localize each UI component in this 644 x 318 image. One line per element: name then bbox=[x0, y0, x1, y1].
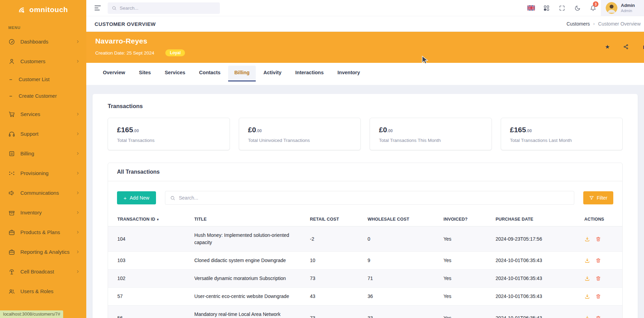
briefcase-icon bbox=[8, 249, 15, 256]
menu-toggle-icon[interactable] bbox=[95, 6, 101, 10]
dark-mode-button[interactable] bbox=[570, 0, 585, 16]
cell-retail-cost: 43 bbox=[306, 288, 364, 306]
download-icon[interactable] bbox=[584, 258, 590, 263]
sidebar-item-users-roles[interactable]: Users & Roles bbox=[0, 281, 86, 301]
sidebar-subitem-label: Create Customer bbox=[19, 93, 57, 99]
cell-invoiced: Yes bbox=[440, 227, 492, 252]
sidebar-item-services[interactable]: Services bbox=[0, 104, 86, 124]
content-area: Transactions £165.00Total Transactions£0… bbox=[86, 85, 644, 318]
add-new-button[interactable]: + Add New bbox=[117, 191, 156, 204]
sidebar-item-dashboards[interactable]: Dashboards bbox=[0, 32, 86, 51]
sidebar: omnitouch MENU DashboardsCustomers–Custo… bbox=[0, 0, 86, 318]
col-invoiced[interactable]: INVOICED? bbox=[440, 212, 492, 227]
chevron-right-icon bbox=[76, 250, 80, 254]
global-search[interactable] bbox=[108, 2, 220, 14]
chevron-right-icon bbox=[76, 230, 80, 234]
tab-inventory[interactable]: Inventory bbox=[331, 66, 366, 81]
col-purchase-date[interactable]: PURCHASE DATE bbox=[492, 212, 581, 227]
stat-cents: .00 bbox=[387, 128, 393, 133]
dash-bullet-icon: – bbox=[9, 77, 12, 82]
sidebar-item-products-plans[interactable]: Products & Plans bbox=[0, 222, 86, 242]
stat-amount: £0 bbox=[248, 126, 256, 134]
transaction-stat-cards: £165.00Total Transactions£0.00Total Unin… bbox=[108, 118, 623, 150]
cell-retail-cost: -2 bbox=[306, 227, 364, 252]
sidebar-item-communications[interactable]: Communications bbox=[0, 183, 86, 203]
tab-billing[interactable]: Billing bbox=[228, 66, 256, 81]
stat-label: Total Transactions Last Month bbox=[510, 138, 614, 143]
app-logo[interactable]: omnitouch bbox=[0, 0, 86, 19]
sidebar-nav: DashboardsCustomers–Customer List–Create… bbox=[0, 32, 86, 301]
col-title[interactable]: TITLE bbox=[191, 212, 306, 227]
cell-purchase-date: 2024-09-23T05:17:56 bbox=[492, 227, 581, 252]
stat-label: Total Transactions This Month bbox=[379, 138, 482, 143]
user-icon bbox=[8, 58, 15, 65]
download-icon[interactable] bbox=[584, 236, 590, 242]
tab-sites[interactable]: Sites bbox=[133, 66, 157, 81]
all-transactions-title: All Transactions bbox=[108, 163, 622, 181]
apps-grid-button[interactable] bbox=[539, 0, 554, 16]
cart-icon bbox=[8, 111, 15, 118]
filter-funnel-icon bbox=[589, 195, 594, 200]
cell-transaction-id: 57 bbox=[108, 288, 191, 306]
tab-services[interactable]: Services bbox=[158, 66, 192, 81]
cell-purchase-date: 2024-10-01T06:35:43 bbox=[492, 252, 581, 270]
download-icon[interactable] bbox=[584, 315, 590, 318]
cell-retail-cost: 73 bbox=[306, 270, 364, 288]
row-actions bbox=[584, 236, 619, 242]
table-search-icon bbox=[170, 195, 175, 201]
download-icon[interactable] bbox=[584, 276, 590, 281]
stat-card-total-transactions-last-month: £165.00Total Transactions Last Month bbox=[501, 118, 623, 150]
sidebar-item-support[interactable]: Support bbox=[0, 124, 86, 144]
trash-icon[interactable] bbox=[595, 293, 601, 299]
trash-icon[interactable] bbox=[595, 315, 601, 318]
col-wholesale-cost[interactable]: WHOLESALE COST bbox=[364, 212, 440, 227]
tab-interactions[interactable]: Interactions bbox=[289, 66, 330, 81]
tab-contacts[interactable]: Contacts bbox=[193, 66, 227, 81]
filter-button[interactable]: Filter bbox=[583, 191, 613, 204]
chevron-right-icon bbox=[76, 59, 80, 64]
language-flag-button[interactable] bbox=[523, 0, 539, 16]
breadcrumb: Customers › Customer Overview bbox=[566, 21, 641, 27]
topbar-actions: 3 Admin Admin bbox=[523, 0, 644, 16]
breadcrumb-parent[interactable]: Customers bbox=[566, 21, 590, 27]
table-search[interactable] bbox=[165, 191, 574, 205]
trash-icon[interactable] bbox=[595, 258, 601, 263]
notifications-button[interactable]: 3 bbox=[585, 0, 601, 16]
megaphone-icon bbox=[8, 190, 15, 196]
tab-activity[interactable]: Activity bbox=[257, 66, 287, 81]
invoice-icon bbox=[8, 150, 15, 157]
sidebar-item-label: Provisioning bbox=[20, 170, 49, 176]
table-toolbar: + Add New Filter bbox=[108, 181, 622, 212]
user-profile-menu[interactable]: Admin Admin bbox=[601, 0, 644, 16]
sidebar-item-billing[interactable]: Billing bbox=[0, 144, 86, 163]
sidebar-item-customers[interactable]: Customers bbox=[0, 51, 86, 71]
sidebar-item-provisioning[interactable]: Provisioning bbox=[0, 163, 86, 183]
tab-overview[interactable]: Overview bbox=[97, 66, 131, 81]
col-retail-cost[interactable]: RETAIL COST bbox=[306, 212, 364, 227]
transactions-section-title: Transactions bbox=[108, 103, 623, 109]
cell-title: Versatile dynamic moratorium Subscriptio… bbox=[191, 270, 306, 288]
sidebar-item-cell-broadcast[interactable]: Cell Broadcast bbox=[0, 262, 86, 281]
sidebar-subitem-create-customer[interactable]: –Create Customer bbox=[0, 88, 86, 104]
search-icon bbox=[112, 6, 117, 11]
cell-title: Hush Money: Implemented solution-oriente… bbox=[191, 227, 306, 252]
trash-icon[interactable] bbox=[595, 236, 601, 242]
all-transactions-panel: All Transactions + Add New Filter bbox=[108, 163, 623, 318]
download-icon[interactable] bbox=[584, 293, 590, 299]
sidebar-item-inventory[interactable]: Inventory bbox=[0, 203, 86, 222]
favorite-star-icon[interactable]: ★ bbox=[605, 44, 610, 50]
page-title: CUSTOMER OVERVIEW bbox=[95, 21, 156, 27]
fullscreen-button[interactable] bbox=[554, 0, 570, 16]
trash-icon[interactable] bbox=[595, 276, 601, 281]
cell-purchase-date: 2024-10-01T06:35:43 bbox=[492, 306, 581, 318]
creation-date: Creation Date: 25 Sept 2024 bbox=[95, 50, 154, 56]
cell-invoiced: Yes bbox=[440, 288, 492, 306]
table-search-input[interactable] bbox=[179, 195, 569, 201]
share-icon[interactable] bbox=[623, 44, 629, 50]
stat-cents: .00 bbox=[256, 128, 262, 133]
global-search-input[interactable] bbox=[120, 6, 216, 11]
table-row: 102Versatile dynamic moratorium Subscrip… bbox=[108, 270, 622, 288]
sidebar-item-reporting-analytics[interactable]: Reporting & Analytics bbox=[0, 242, 86, 262]
sidebar-subitem-customer-list[interactable]: –Customer List bbox=[0, 71, 86, 88]
col-transaction-id[interactable]: TRANSACTION ID▼ bbox=[108, 212, 191, 227]
